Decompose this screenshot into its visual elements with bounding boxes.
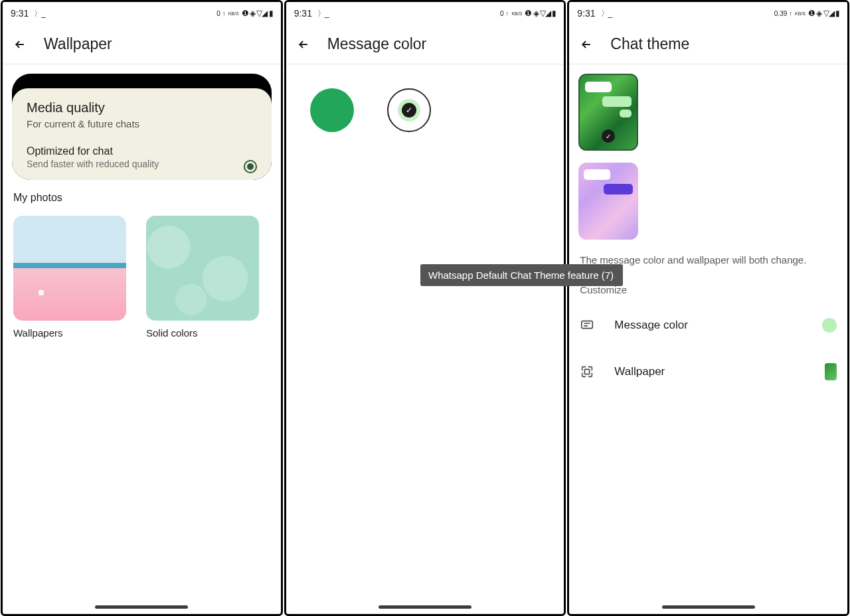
clock: 9:31 bbox=[577, 8, 595, 19]
phone-chat-theme: 9:31 〉_ 0.39 ↑ KB/S ❶ ◈ ▽◢ ▮ Chat theme … bbox=[567, 0, 849, 616]
bubble-icon bbox=[585, 82, 612, 92]
bubble-icon bbox=[620, 110, 632, 117]
clock: 9:31 bbox=[294, 8, 312, 19]
wallpaper-thumb-icon bbox=[825, 363, 837, 380]
theme-green-selected[interactable]: ✓ bbox=[578, 74, 638, 151]
app-bar: Chat theme bbox=[569, 25, 847, 64]
svg-rect-0 bbox=[582, 321, 593, 329]
svg-rect-1 bbox=[585, 369, 590, 374]
status-icons: 0 ↑ KB/S ❶ ◈ ▽◢ ▮ bbox=[500, 9, 556, 18]
media-quality-title: Media quality bbox=[27, 100, 257, 116]
checkmark-icon: ✓ bbox=[402, 103, 416, 117]
nav-handle[interactable] bbox=[95, 605, 188, 609]
wallpapers-image bbox=[13, 216, 126, 321]
solid-colors-tile[interactable]: Solid colors bbox=[146, 216, 259, 339]
back-icon[interactable] bbox=[580, 38, 593, 51]
phone-message-color: 9:31 〉_ 0 ↑ KB/S ❶ ◈ ▽◢ ▮ Message color … bbox=[284, 0, 566, 616]
optimized-sub: Send faster with reduced quality bbox=[27, 159, 257, 169]
app-bar: Wallpaper bbox=[3, 25, 281, 64]
radio-selected-icon[interactable] bbox=[244, 160, 257, 173]
color-swatch-icon bbox=[822, 318, 837, 333]
tooltip: Whatsapp Default Chat Theme feature (7) bbox=[420, 264, 623, 286]
app-bar: Message color bbox=[286, 25, 564, 64]
back-icon[interactable] bbox=[297, 38, 310, 51]
terminal-icon: 〉_ bbox=[601, 8, 612, 19]
phone-wallpaper: 9:31 〉_ 0 ↑ KB/S ❶ ◈ ▽◢ ▮ Wallpaper Medi… bbox=[1, 0, 283, 616]
nav-handle[interactable] bbox=[662, 605, 755, 609]
back-icon[interactable] bbox=[13, 38, 27, 51]
wallpaper-icon bbox=[580, 364, 594, 379]
menu-wallpaper[interactable]: Wallpaper bbox=[569, 348, 847, 395]
nav-handle[interactable] bbox=[379, 605, 471, 609]
status-bar: 9:31 〉_ 0.39 ↑ KB/S ❶ ◈ ▽◢ ▮ bbox=[569, 2, 847, 25]
solid-colors-label: Solid colors bbox=[146, 327, 259, 339]
solid-colors-image bbox=[146, 216, 259, 321]
checkmark-icon: ✓ bbox=[602, 129, 615, 143]
media-quality-preview: Media quality For current & future chats… bbox=[12, 74, 272, 180]
color-swatch-light-selected[interactable]: ✓ bbox=[387, 88, 431, 132]
terminal-icon: 〉_ bbox=[34, 8, 45, 19]
message-icon bbox=[580, 318, 594, 333]
wallpapers-label: Wallpapers bbox=[13, 327, 126, 339]
terminal-icon: 〉_ bbox=[317, 8, 329, 19]
theme-purple[interactable] bbox=[578, 163, 638, 240]
page-title: Wallpaper bbox=[44, 35, 112, 53]
media-quality-sub: For current & future chats bbox=[27, 118, 257, 129]
status-bar: 9:31 〉_ 0 ↑ KB/S ❶ ◈ ▽◢ ▮ bbox=[286, 2, 564, 25]
status-icons: 0.39 ↑ KB/S ❶ ◈ ▽◢ ▮ bbox=[774, 9, 839, 18]
status-bar: 9:31 〉_ 0 ↑ KB/S ❶ ◈ ▽◢ ▮ bbox=[3, 2, 281, 25]
message-color-label: Message color bbox=[614, 319, 802, 332]
bubble-icon bbox=[584, 169, 610, 180]
clock: 9:31 bbox=[11, 8, 29, 19]
bubble-icon bbox=[602, 96, 632, 107]
page-title: Chat theme bbox=[610, 35, 689, 53]
page-title: Message color bbox=[327, 35, 427, 53]
my-photos-label: My photos bbox=[13, 192, 270, 204]
optimized-title: Optimized for chat bbox=[27, 145, 257, 157]
color-swatch-green[interactable] bbox=[310, 88, 354, 132]
menu-message-color[interactable]: Message color bbox=[569, 302, 847, 348]
bubble-icon bbox=[604, 184, 633, 194]
status-icons: 0 ↑ KB/S ❶ ◈ ▽◢ ▮ bbox=[216, 9, 272, 18]
wallpapers-tile[interactable]: Wallpapers bbox=[13, 216, 126, 339]
wallpaper-label: Wallpaper bbox=[614, 365, 805, 378]
